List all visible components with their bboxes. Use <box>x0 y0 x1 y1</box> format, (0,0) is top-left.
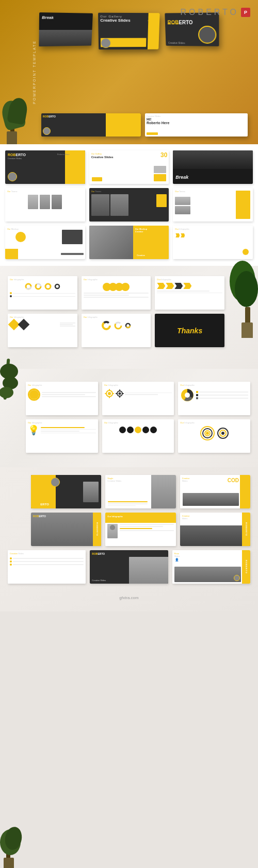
bottom-slides-section: ROBERTO Single Creative Slides <box>0 467 258 611</box>
slides-row-roberto-brand-2: ROBERTO ROBERTO Our Infographic <box>8 513 250 546</box>
svg-rect-22 <box>119 389 120 391</box>
hero-section: POWERPOINT TEMPLATE ROBERTO P Break Our … <box>0 0 258 144</box>
hero-brand: ROBERTO P <box>180 8 250 17</box>
svg-point-4 <box>45 284 51 289</box>
slide-mockup-photo[interactable]: Our MockupCreative Creative <box>89 226 169 259</box>
slide-roberto-c1[interactable]: ROBERTO ROBERTO <box>31 513 101 546</box>
slide-creative-d[interactable]: Creative Slides <box>8 550 86 584</box>
slide-infographic-linked-circles[interactable]: Our Infographic <box>82 276 151 310</box>
slide-creative-c[interactable]: Creative Slides ROBERTO <box>180 513 250 546</box>
slide-infographic-b[interactable]: Our Infographic <box>102 382 174 415</box>
slide-break[interactable]: Break <box>173 150 253 184</box>
slides-row-roberto-brand: ROBERTO Single Creative Slides <box>8 475 250 508</box>
slides-row-1: ROBERTO Creative Slides Roberto Here Our… <box>5 150 253 184</box>
svg-point-5 <box>55 284 59 288</box>
hero-mock-3: ROBERTO Creative Slides <box>165 12 219 46</box>
slide-infographic-f[interactable]: Our Infographic <box>178 419 250 453</box>
slide-our-teams-2[interactable]: Our Teams <box>89 188 169 222</box>
svg-point-15 <box>108 392 111 395</box>
svg-rect-23 <box>119 396 120 398</box>
slide-creative-e[interactable]: ROBERTO Creative Slides <box>90 550 168 584</box>
slides-section-1: ROBERTO Creative Slides Roberto Here Our… <box>0 144 258 266</box>
svg-point-21 <box>118 393 121 395</box>
plant-decoration-bottom <box>0 816 28 868</box>
hero-mock-2: Our Gallery Creative Slides 30 <box>98 13 160 49</box>
slides-row-teams: Our Teams Our Teams <box>5 188 253 222</box>
slide-infographic-d[interactable]: Our Infographic 💡 <box>26 419 98 453</box>
slide-infographic-arrows[interactable]: Our Infographic <box>155 276 224 310</box>
slide-infographic-donuts[interactable]: Our Infographic <box>8 276 77 310</box>
svg-rect-25 <box>122 393 124 394</box>
slide-our-gallery[interactable]: Our Gallery Creative Slides 30 <box>89 150 169 184</box>
site-watermark: gfxtra.com <box>8 588 250 604</box>
plant-decoration-left <box>3 88 31 144</box>
slide-creative-b[interactable]: Creative Slides COD <box>180 475 250 508</box>
svg-rect-17 <box>109 396 110 398</box>
svg-point-11 <box>117 325 120 327</box>
slides-row-infographic-3: Our Infographic Our Infographic <box>8 382 250 415</box>
svg-rect-19 <box>112 393 114 394</box>
slide-mockup-laptop[interactable]: Our Mockup <box>5 226 85 259</box>
hero-bottom-mocks: ROBERTO Creative Slides Hi!Roberto Here <box>41 113 248 137</box>
marble-section-2: Our Infographic Our Infographic <box>0 369 258 467</box>
powerpoint-template-label: POWERPOINT TEMPLATE <box>33 40 36 104</box>
slide-our-teams-1[interactable]: Our Teams <box>5 188 85 222</box>
slides-row-infographic-1: Our Infographic <box>8 276 250 310</box>
slide-infographic-c[interactable]: Our Infographic <box>178 382 250 415</box>
slide-creative-f[interactable]: Rose Slides ROBERTO 👤 <box>172 550 250 584</box>
slide-infographic-a[interactable]: Our Infographic <box>26 382 98 415</box>
slides-row-infographic-2: Our Infographic Our Infographic <box>8 314 250 347</box>
slide-infographic-intro[interactable]: Our Infographic <box>173 226 253 259</box>
slide-roberto-cover[interactable]: ROBERTO Creative Slides Roberto Here <box>5 150 85 184</box>
slide-roberto-b1[interactable]: ROBERTO <box>31 475 101 508</box>
svg-rect-24 <box>116 393 117 394</box>
marble-section-1: Our Infographic <box>0 266 258 369</box>
svg-rect-16 <box>109 389 110 391</box>
plant-decoration-right <box>227 261 258 338</box>
svg-point-8 <box>105 324 108 327</box>
slide-infographic-e[interactable]: Our Infographic <box>102 419 174 453</box>
slide-infographic-person[interactable]: Our Infographic <box>105 513 175 546</box>
slides-row-final: Creative Slides <box>8 550 250 584</box>
slide-infographic-pie[interactable]: Our Infographic <box>82 314 151 347</box>
slides-row-mockup: Our Mockup Our MockupCreative Creative O… <box>5 226 253 259</box>
svg-point-27 <box>185 393 190 398</box>
hero-slide-mockups: Break Our Gallery Creative Slides 30 ROB… <box>41 13 217 50</box>
slides-row-infographic-4: Our Infographic 💡 Our Infographic <box>8 419 250 453</box>
svg-rect-18 <box>105 393 107 394</box>
slide-infographic-diamonds[interactable]: Our Infographic <box>8 314 77 347</box>
vine-decoration-left <box>0 359 23 420</box>
slide-thanks[interactable]: Thanks <box>155 314 224 347</box>
hero-mock-1: Break <box>39 12 93 46</box>
slide-our-teams-3[interactable]: Our Teams <box>173 188 253 222</box>
slide-hi-roberto[interactable]: Single Creative Slides <box>105 475 175 508</box>
